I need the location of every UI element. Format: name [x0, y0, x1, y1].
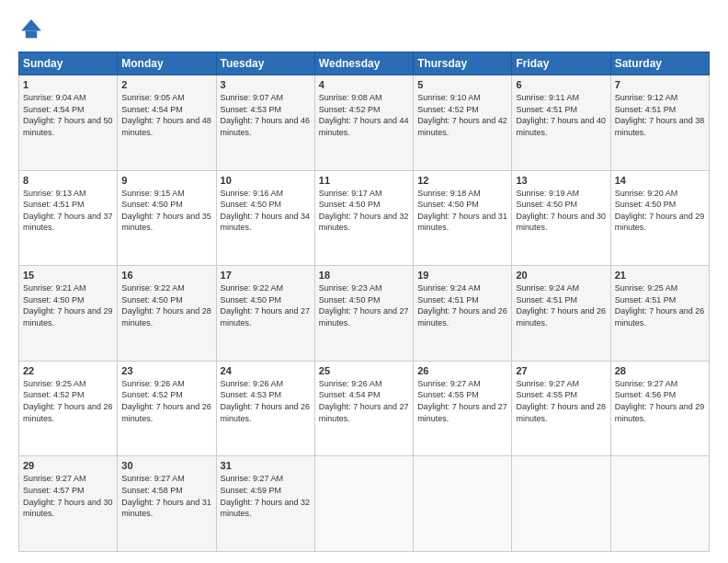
svg-marker-0 [21, 19, 41, 30]
day-info: Sunrise: 9:10 AMSunset: 4:52 PMDaylight:… [417, 93, 507, 137]
logo-icon [18, 17, 44, 42]
day-number: 26 [417, 365, 507, 376]
calendar-cell: 8 Sunrise: 9:13 AMSunset: 4:51 PMDayligh… [19, 170, 118, 266]
day-number: 1 [23, 79, 113, 90]
calendar-cell: 25 Sunrise: 9:26 AMSunset: 4:54 PMDaylig… [314, 361, 413, 456]
day-info: Sunrise: 9:27 AMSunset: 4:59 PMDaylight:… [221, 474, 311, 518]
day-number: 22 [23, 365, 113, 376]
calendar-cell: 20 Sunrise: 9:24 AMSunset: 4:51 PMDaylig… [512, 266, 610, 362]
calendar-week-4: 22 Sunrise: 9:25 AMSunset: 4:52 PMDaylig… [19, 361, 710, 456]
weekday-header-friday: Friday [512, 52, 610, 75]
calendar-cell: 11 Sunrise: 9:17 AMSunset: 4:50 PMDaylig… [314, 170, 413, 266]
day-number: 21 [615, 270, 705, 281]
day-number: 17 [221, 270, 311, 281]
calendar-cell: 17 Sunrise: 9:22 AMSunset: 4:50 PMDaylig… [216, 266, 314, 362]
day-number: 18 [319, 270, 409, 281]
day-info: Sunrise: 9:21 AMSunset: 4:50 PMDaylight:… [23, 283, 113, 327]
day-info: Sunrise: 9:13 AMSunset: 4:51 PMDaylight:… [23, 189, 113, 233]
calendar-cell: 1 Sunrise: 9:04 AMSunset: 4:54 PMDayligh… [19, 75, 118, 171]
day-info: Sunrise: 9:25 AMSunset: 4:51 PMDaylight:… [615, 283, 705, 327]
calendar-cell: 13 Sunrise: 9:19 AMSunset: 4:50 PMDaylig… [512, 170, 610, 266]
day-number: 27 [516, 365, 606, 376]
day-info: Sunrise: 9:26 AMSunset: 4:52 PMDaylight:… [121, 379, 211, 423]
day-info: Sunrise: 9:11 AMSunset: 4:51 PMDaylight:… [516, 93, 606, 137]
calendar-cell: 3 Sunrise: 9:07 AMSunset: 4:53 PMDayligh… [216, 75, 314, 171]
day-number: 7 [615, 79, 705, 90]
logo [18, 17, 48, 42]
day-number: 9 [121, 175, 211, 186]
day-info: Sunrise: 9:18 AMSunset: 4:50 PMDaylight:… [417, 189, 507, 233]
day-info: Sunrise: 9:08 AMSunset: 4:52 PMDaylight:… [319, 93, 409, 137]
day-info: Sunrise: 9:04 AMSunset: 4:54 PMDaylight:… [23, 93, 113, 137]
day-info: Sunrise: 9:27 AMSunset: 4:55 PMDaylight:… [516, 379, 606, 423]
day-number: 28 [615, 365, 705, 376]
day-info: Sunrise: 9:22 AMSunset: 4:50 PMDaylight:… [221, 283, 311, 327]
calendar-cell: 22 Sunrise: 9:25 AMSunset: 4:52 PMDaylig… [19, 361, 118, 456]
calendar-cell [610, 456, 709, 552]
svg-rect-1 [26, 31, 37, 39]
weekday-header-thursday: Thursday [414, 52, 512, 75]
calendar-cell: 15 Sunrise: 9:21 AMSunset: 4:50 PMDaylig… [19, 266, 118, 362]
calendar-week-2: 8 Sunrise: 9:13 AMSunset: 4:51 PMDayligh… [19, 170, 710, 266]
calendar-cell: 4 Sunrise: 9:08 AMSunset: 4:52 PMDayligh… [314, 75, 413, 171]
calendar-cell: 29 Sunrise: 9:27 AMSunset: 4:57 PMDaylig… [19, 456, 118, 552]
day-number: 5 [417, 79, 507, 90]
calendar-week-3: 15 Sunrise: 9:21 AMSunset: 4:50 PMDaylig… [19, 266, 710, 362]
day-number: 6 [516, 79, 606, 90]
day-info: Sunrise: 9:26 AMSunset: 4:54 PMDaylight:… [319, 379, 409, 423]
calendar-cell: 21 Sunrise: 9:25 AMSunset: 4:51 PMDaylig… [610, 266, 709, 362]
day-info: Sunrise: 9:20 AMSunset: 4:50 PMDaylight:… [615, 189, 705, 233]
calendar-cell [414, 456, 512, 552]
calendar-cell: 12 Sunrise: 9:18 AMSunset: 4:50 PMDaylig… [414, 170, 512, 266]
weekday-header-wednesday: Wednesday [314, 52, 413, 75]
day-info: Sunrise: 9:22 AMSunset: 4:50 PMDaylight:… [121, 283, 211, 327]
day-number: 20 [516, 270, 606, 281]
weekday-header-saturday: Saturday [610, 52, 709, 75]
weekday-header-row: SundayMondayTuesdayWednesdayThursdayFrid… [19, 52, 710, 75]
weekday-header-monday: Monday [118, 52, 216, 75]
day-number: 29 [23, 460, 113, 471]
calendar-week-1: 1 Sunrise: 9:04 AMSunset: 4:54 PMDayligh… [19, 75, 710, 171]
day-info: Sunrise: 9:27 AMSunset: 4:56 PMDaylight:… [615, 379, 705, 423]
calendar-cell: 26 Sunrise: 9:27 AMSunset: 4:55 PMDaylig… [414, 361, 512, 456]
day-number: 30 [121, 460, 211, 471]
calendar-cell: 7 Sunrise: 9:12 AMSunset: 4:51 PMDayligh… [610, 75, 709, 171]
weekday-header-sunday: Sunday [19, 52, 118, 75]
day-info: Sunrise: 9:27 AMSunset: 4:57 PMDaylight:… [23, 474, 113, 518]
day-number: 10 [221, 175, 311, 186]
calendar-table: SundayMondayTuesdayWednesdayThursdayFrid… [18, 52, 710, 552]
day-number: 24 [221, 365, 311, 376]
calendar-cell: 27 Sunrise: 9:27 AMSunset: 4:55 PMDaylig… [512, 361, 610, 456]
day-info: Sunrise: 9:17 AMSunset: 4:50 PMDaylight:… [319, 189, 409, 233]
calendar-cell: 16 Sunrise: 9:22 AMSunset: 4:50 PMDaylig… [118, 266, 216, 362]
calendar-cell: 14 Sunrise: 9:20 AMSunset: 4:50 PMDaylig… [610, 170, 709, 266]
calendar-cell: 24 Sunrise: 9:26 AMSunset: 4:53 PMDaylig… [216, 361, 314, 456]
calendar-cell: 6 Sunrise: 9:11 AMSunset: 4:51 PMDayligh… [512, 75, 610, 171]
day-info: Sunrise: 9:24 AMSunset: 4:51 PMDaylight:… [516, 283, 606, 327]
day-info: Sunrise: 9:16 AMSunset: 4:50 PMDaylight:… [221, 189, 311, 233]
day-number: 11 [319, 175, 409, 186]
day-info: Sunrise: 9:05 AMSunset: 4:54 PMDaylight:… [121, 93, 211, 137]
day-info: Sunrise: 9:15 AMSunset: 4:50 PMDaylight:… [121, 189, 211, 233]
day-number: 2 [121, 79, 211, 90]
day-number: 8 [23, 175, 113, 186]
day-info: Sunrise: 9:27 AMSunset: 4:55 PMDaylight:… [417, 379, 507, 423]
day-number: 13 [516, 175, 606, 186]
day-number: 23 [121, 365, 211, 376]
calendar-cell [314, 456, 413, 552]
calendar-cell: 18 Sunrise: 9:23 AMSunset: 4:50 PMDaylig… [314, 266, 413, 362]
day-info: Sunrise: 9:19 AMSunset: 4:50 PMDaylight:… [516, 189, 606, 233]
calendar-cell: 23 Sunrise: 9:26 AMSunset: 4:52 PMDaylig… [118, 361, 216, 456]
calendar-cell: 2 Sunrise: 9:05 AMSunset: 4:54 PMDayligh… [118, 75, 216, 171]
calendar-cell: 9 Sunrise: 9:15 AMSunset: 4:50 PMDayligh… [118, 170, 216, 266]
day-number: 25 [319, 365, 409, 376]
calendar-cell: 19 Sunrise: 9:24 AMSunset: 4:51 PMDaylig… [414, 266, 512, 362]
day-info: Sunrise: 9:27 AMSunset: 4:58 PMDaylight:… [121, 474, 211, 518]
day-number: 31 [221, 460, 311, 471]
day-info: Sunrise: 9:24 AMSunset: 4:51 PMDaylight:… [417, 283, 507, 327]
day-info: Sunrise: 9:23 AMSunset: 4:50 PMDaylight:… [319, 283, 409, 327]
weekday-header-tuesday: Tuesday [216, 52, 314, 75]
day-number: 15 [23, 270, 113, 281]
calendar-cell: 5 Sunrise: 9:10 AMSunset: 4:52 PMDayligh… [414, 75, 512, 171]
day-number: 3 [221, 79, 311, 90]
